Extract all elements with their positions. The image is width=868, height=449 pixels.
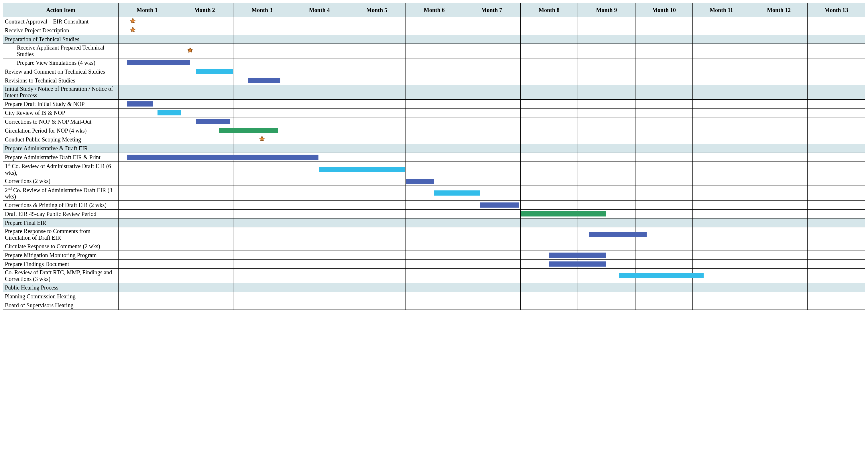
task-row: Prepare View Simulations (4 wks) [3, 58, 865, 67]
month-cell [234, 177, 291, 186]
month-cell [578, 186, 636, 201]
month-cell [291, 162, 348, 177]
task-row: Prepare Mitigation Monitoring Program [3, 251, 865, 260]
month-cell [808, 126, 865, 135]
month-cell [750, 162, 808, 177]
month-cell [635, 58, 693, 67]
month-cell [520, 292, 578, 301]
month-cell [405, 177, 463, 186]
month-cell [463, 100, 521, 108]
task-row: Corrections (2 wks) [3, 177, 865, 186]
month-cell [234, 227, 291, 242]
month-cell [808, 100, 865, 108]
month-cell [291, 242, 348, 251]
month-cell [291, 26, 348, 35]
section-spacer [750, 35, 808, 44]
header-month-11: Month 11 [693, 3, 750, 17]
month-cell [750, 118, 808, 126]
month-cell [693, 227, 750, 242]
month-cell [693, 135, 750, 144]
action-item-label: Co. Review of Draft RTC, MMP, Findings a… [3, 268, 119, 283]
month-cell [463, 242, 521, 251]
month-cell [520, 100, 578, 108]
month-cell [750, 210, 808, 219]
month-cell [348, 67, 406, 76]
section-spacer [635, 35, 693, 44]
month-cell [234, 260, 291, 268]
header-month-7: Month 7 [463, 3, 521, 17]
month-cell [234, 100, 291, 108]
month-cell [176, 67, 234, 76]
month-cell [405, 268, 463, 283]
month-cell [463, 251, 521, 260]
header-month-12: Month 12 [750, 3, 808, 17]
month-cell [348, 100, 406, 108]
task-row: Circulation Period for NOP (4 wks) [3, 126, 865, 135]
month-cell [750, 26, 808, 35]
month-cell [176, 118, 234, 126]
section-spacer [119, 144, 176, 153]
month-cell [234, 186, 291, 201]
section-spacer [176, 35, 234, 44]
section-spacer [520, 219, 578, 227]
month-cell [693, 301, 750, 310]
month-cell [348, 227, 406, 242]
month-cell [578, 227, 636, 242]
month-cell [463, 162, 521, 177]
month-cell [291, 17, 348, 26]
month-cell [635, 135, 693, 144]
action-item-label: 2nd Co. Review of Administrative Draft E… [3, 186, 119, 201]
month-cell [635, 268, 693, 283]
month-cell [348, 153, 406, 162]
header-month-6: Month 6 [405, 3, 463, 17]
month-cell [119, 58, 176, 67]
section-spacer [693, 85, 750, 100]
month-cell [291, 118, 348, 126]
action-item-label: Prepare Draft Initial Study & NOP [3, 100, 119, 108]
month-cell [348, 118, 406, 126]
month-cell [808, 268, 865, 283]
action-item-label: Prepare Administrative & Draft EIR [3, 144, 119, 153]
section-spacer [635, 144, 693, 153]
month-cell [119, 76, 176, 85]
task-row: Prepare Administrative Draft EIR & Print [3, 153, 865, 162]
section-spacer [348, 283, 406, 292]
section-spacer [234, 219, 291, 227]
month-cell [234, 26, 291, 35]
month-cell [635, 186, 693, 201]
month-cell [234, 76, 291, 85]
month-cell [176, 100, 234, 108]
month-cell [119, 268, 176, 283]
month-cell [750, 108, 808, 118]
month-cell [520, 126, 578, 135]
month-cell [578, 268, 636, 283]
month-cell [234, 118, 291, 126]
month-cell [176, 162, 234, 177]
month-cell [635, 242, 693, 251]
section-spacer [119, 85, 176, 100]
month-cell [808, 301, 865, 310]
month-cell [808, 227, 865, 242]
action-item-label: Conduct Public Scoping Meeting [3, 135, 119, 144]
month-cell [578, 67, 636, 76]
month-cell [405, 153, 463, 162]
month-cell [520, 186, 578, 201]
task-row: Review and Comment on Technical Studies [3, 67, 865, 76]
month-cell [520, 162, 578, 177]
month-cell [520, 17, 578, 26]
month-cell [176, 201, 234, 210]
month-cell: ★ [176, 44, 234, 58]
section-spacer [348, 144, 406, 153]
month-cell [463, 153, 521, 162]
section-spacer [750, 144, 808, 153]
month-cell [693, 201, 750, 210]
section-spacer [463, 85, 521, 100]
section-row: Public Hearing Process [3, 283, 865, 292]
month-cell [520, 58, 578, 67]
month-cell [119, 153, 176, 162]
month-cell [463, 118, 521, 126]
section-row: Prepare Final EIR [3, 219, 865, 227]
month-cell [234, 251, 291, 260]
month-cell [176, 210, 234, 219]
month-cell [405, 126, 463, 135]
